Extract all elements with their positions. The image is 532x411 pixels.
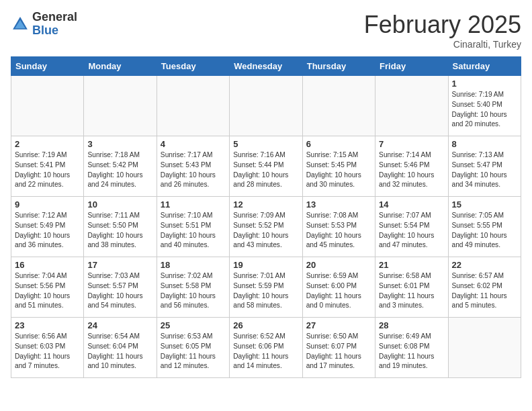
- day-info: Sunrise: 7:12 AM Sunset: 5:49 PM Dayligh…: [15, 211, 80, 250]
- calendar-week-row: 1Sunrise: 7:19 AM Sunset: 5:40 PM Daylig…: [11, 76, 521, 136]
- day-number: 28: [379, 320, 444, 330]
- day-info: Sunrise: 7:10 AM Sunset: 5:51 PM Dayligh…: [161, 211, 226, 250]
- logo-blue-text: Blue: [32, 24, 77, 38]
- calendar-cell: 10Sunrise: 7:11 AM Sunset: 5:50 PM Dayli…: [84, 197, 157, 257]
- calendar-cell: 7Sunrise: 7:14 AM Sunset: 5:46 PM Daylig…: [375, 136, 448, 197]
- page-header: General Blue February 2025 Cinaralti, Tu…: [11, 11, 521, 50]
- calendar-cell: 11Sunrise: 7:10 AM Sunset: 5:51 PM Dayli…: [157, 197, 229, 257]
- day-info: Sunrise: 7:11 AM Sunset: 5:50 PM Dayligh…: [87, 211, 152, 250]
- day-info: Sunrise: 6:50 AM Sunset: 6:07 PM Dayligh…: [306, 332, 371, 371]
- day-header-wednesday: Wednesday: [230, 57, 302, 76]
- calendar-cell: 1Sunrise: 7:19 AM Sunset: 5:40 PM Daylig…: [448, 76, 521, 136]
- calendar-cell: [375, 76, 448, 136]
- calendar-cell: [84, 76, 157, 136]
- day-number: 18: [161, 260, 226, 270]
- calendar-cell: 21Sunrise: 6:58 AM Sunset: 6:01 PM Dayli…: [375, 257, 448, 318]
- day-number: 15: [452, 199, 517, 210]
- calendar-cell: 13Sunrise: 7:08 AM Sunset: 5:53 PM Dayli…: [302, 197, 375, 257]
- calendar-week-row: 23Sunrise: 6:56 AM Sunset: 6:03 PM Dayli…: [11, 318, 521, 378]
- day-info: Sunrise: 7:01 AM Sunset: 5:59 PM Dayligh…: [233, 271, 298, 311]
- location-text: Cinaralti, Turkey: [364, 39, 521, 50]
- calendar-cell: [157, 76, 229, 136]
- day-header-sunday: Sunday: [11, 57, 84, 76]
- day-number: 16: [15, 260, 80, 270]
- calendar-cell: 16Sunrise: 7:04 AM Sunset: 5:56 PM Dayli…: [11, 257, 84, 318]
- calendar-cell: 23Sunrise: 6:56 AM Sunset: 6:03 PM Dayli…: [11, 318, 84, 378]
- calendar-cell: [302, 76, 375, 136]
- day-number: 12: [233, 199, 298, 210]
- day-info: Sunrise: 6:52 AM Sunset: 6:06 PM Dayligh…: [233, 332, 298, 371]
- day-info: Sunrise: 7:17 AM Sunset: 5:43 PM Dayligh…: [161, 150, 226, 190]
- day-number: 4: [161, 139, 226, 149]
- logo-icon: [11, 15, 30, 34]
- day-number: 19: [233, 260, 298, 270]
- calendar-cell: 20Sunrise: 6:59 AM Sunset: 6:00 PM Dayli…: [302, 257, 375, 318]
- day-info: Sunrise: 7:14 AM Sunset: 5:46 PM Dayligh…: [379, 150, 444, 190]
- calendar-cell: 25Sunrise: 6:53 AM Sunset: 6:05 PM Dayli…: [157, 318, 229, 378]
- logo-general-text: General: [32, 11, 77, 24]
- day-info: Sunrise: 7:02 AM Sunset: 5:58 PM Dayligh…: [161, 271, 226, 311]
- day-info: Sunrise: 7:08 AM Sunset: 5:53 PM Dayligh…: [306, 211, 371, 250]
- calendar-cell: [11, 76, 84, 136]
- calendar-cell: 15Sunrise: 7:05 AM Sunset: 5:55 PM Dayli…: [448, 197, 521, 257]
- calendar-cell: 4Sunrise: 7:17 AM Sunset: 5:43 PM Daylig…: [157, 136, 229, 197]
- day-header-tuesday: Tuesday: [157, 57, 229, 76]
- calendar-table: SundayMondayTuesdayWednesdayThursdayFrid…: [11, 56, 521, 378]
- calendar-header-row: SundayMondayTuesdayWednesdayThursdayFrid…: [11, 57, 521, 76]
- day-number: 11: [161, 199, 226, 210]
- day-info: Sunrise: 6:58 AM Sunset: 6:01 PM Dayligh…: [379, 271, 444, 311]
- calendar-cell: 2Sunrise: 7:19 AM Sunset: 5:41 PM Daylig…: [11, 136, 84, 197]
- day-number: 20: [306, 260, 371, 270]
- day-number: 22: [452, 260, 517, 270]
- calendar-cell: 22Sunrise: 6:57 AM Sunset: 6:02 PM Dayli…: [448, 257, 521, 318]
- day-info: Sunrise: 6:49 AM Sunset: 6:08 PM Dayligh…: [379, 332, 444, 371]
- day-number: 24: [87, 320, 152, 330]
- calendar-cell: 18Sunrise: 7:02 AM Sunset: 5:58 PM Dayli…: [157, 257, 229, 318]
- calendar-cell: 26Sunrise: 6:52 AM Sunset: 6:06 PM Dayli…: [230, 318, 302, 378]
- calendar-cell: 14Sunrise: 7:07 AM Sunset: 5:54 PM Dayli…: [375, 197, 448, 257]
- day-info: Sunrise: 7:16 AM Sunset: 5:44 PM Dayligh…: [233, 150, 298, 190]
- title-block: February 2025 Cinaralti, Turkey: [364, 11, 521, 50]
- day-number: 25: [161, 320, 226, 330]
- calendar-cell: 5Sunrise: 7:16 AM Sunset: 5:44 PM Daylig…: [230, 136, 302, 197]
- day-info: Sunrise: 7:15 AM Sunset: 5:45 PM Dayligh…: [306, 150, 371, 190]
- day-info: Sunrise: 7:19 AM Sunset: 5:40 PM Dayligh…: [452, 90, 517, 130]
- day-number: 27: [306, 320, 371, 330]
- day-number: 1: [452, 79, 517, 89]
- day-header-monday: Monday: [84, 57, 157, 76]
- day-info: Sunrise: 7:05 AM Sunset: 5:55 PM Dayligh…: [452, 211, 517, 250]
- day-info: Sunrise: 7:04 AM Sunset: 5:56 PM Dayligh…: [15, 271, 80, 311]
- calendar-cell: 19Sunrise: 7:01 AM Sunset: 5:59 PM Dayli…: [230, 257, 302, 318]
- day-number: 10: [87, 199, 152, 210]
- day-info: Sunrise: 7:03 AM Sunset: 5:57 PM Dayligh…: [87, 271, 152, 311]
- day-info: Sunrise: 7:09 AM Sunset: 5:52 PM Dayligh…: [233, 211, 298, 250]
- day-number: 17: [87, 260, 152, 270]
- calendar-cell: [448, 318, 521, 378]
- calendar-cell: 27Sunrise: 6:50 AM Sunset: 6:07 PM Dayli…: [302, 318, 375, 378]
- calendar-cell: 12Sunrise: 7:09 AM Sunset: 5:52 PM Dayli…: [230, 197, 302, 257]
- calendar-cell: 17Sunrise: 7:03 AM Sunset: 5:57 PM Dayli…: [84, 257, 157, 318]
- calendar-cell: 8Sunrise: 7:13 AM Sunset: 5:47 PM Daylig…: [448, 136, 521, 197]
- day-number: 26: [233, 320, 298, 330]
- day-number: 7: [379, 139, 444, 149]
- day-number: 8: [452, 139, 517, 149]
- day-number: 5: [233, 139, 298, 149]
- day-info: Sunrise: 7:13 AM Sunset: 5:47 PM Dayligh…: [452, 150, 517, 190]
- day-number: 14: [379, 199, 444, 210]
- day-number: 21: [379, 260, 444, 270]
- calendar-cell: 6Sunrise: 7:15 AM Sunset: 5:45 PM Daylig…: [302, 136, 375, 197]
- calendar-cell: 24Sunrise: 6:54 AM Sunset: 6:04 PM Dayli…: [84, 318, 157, 378]
- day-info: Sunrise: 6:54 AM Sunset: 6:04 PM Dayligh…: [87, 332, 152, 371]
- day-info: Sunrise: 7:18 AM Sunset: 5:42 PM Dayligh…: [87, 150, 152, 190]
- calendar-week-row: 2Sunrise: 7:19 AM Sunset: 5:41 PM Daylig…: [11, 136, 521, 197]
- calendar-cell: 9Sunrise: 7:12 AM Sunset: 5:49 PM Daylig…: [11, 197, 84, 257]
- day-number: 13: [306, 199, 371, 210]
- day-info: Sunrise: 6:56 AM Sunset: 6:03 PM Dayligh…: [15, 332, 80, 371]
- day-info: Sunrise: 6:53 AM Sunset: 6:05 PM Dayligh…: [161, 332, 226, 371]
- day-header-friday: Friday: [375, 57, 448, 76]
- day-number: 3: [87, 139, 152, 149]
- calendar-week-row: 16Sunrise: 7:04 AM Sunset: 5:56 PM Dayli…: [11, 257, 521, 318]
- day-number: 23: [15, 320, 80, 330]
- calendar-cell: 28Sunrise: 6:49 AM Sunset: 6:08 PM Dayli…: [375, 318, 448, 378]
- day-info: Sunrise: 6:59 AM Sunset: 6:00 PM Dayligh…: [306, 271, 371, 311]
